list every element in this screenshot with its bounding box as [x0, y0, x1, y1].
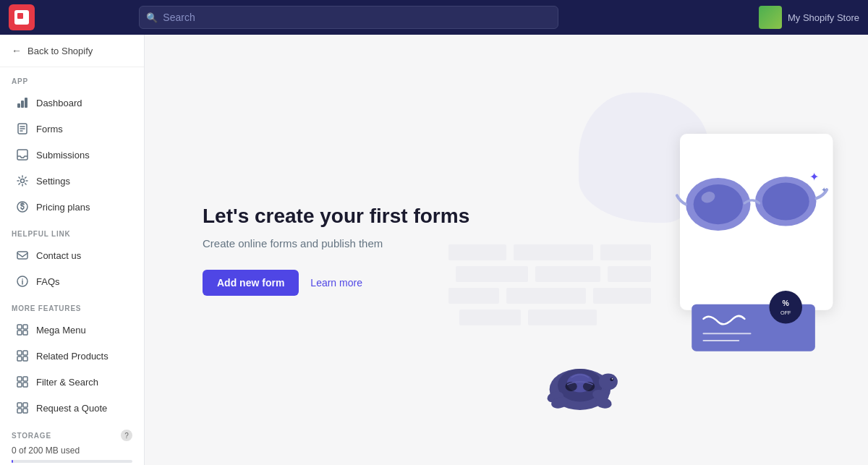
- learn-more-link[interactable]: Learn more: [310, 277, 362, 289]
- svg-rect-26: [17, 403, 22, 407]
- sidebar-item-pricing[interactable]: Pricing plans: [4, 195, 140, 219]
- svg-rect-14: [17, 325, 22, 329]
- svg-rect-24: [17, 383, 22, 387]
- svg-rect-23: [23, 377, 27, 381]
- storage-used-text: 0 of 200 MB used: [12, 445, 132, 456]
- main-layout: ← Back to Shopify APP Dashboard Forms Su…: [0, 35, 868, 465]
- sidebar-item-contact[interactable]: Contact us: [4, 243, 140, 268]
- sidebar-item-label: Dashboard: [36, 98, 82, 108]
- inbox-icon: [16, 148, 29, 161]
- sidebar-item-dashboard[interactable]: Dashboard: [4, 90, 140, 115]
- svg-rect-22: [17, 377, 22, 381]
- sidebar-item-label: FAQs: [36, 276, 60, 287]
- dollar-icon: [16, 200, 29, 213]
- storage-help-icon[interactable]: ?: [121, 430, 132, 441]
- topbar-right: My Shopify Store: [759, 6, 859, 29]
- sidebar-item-label: Related Products: [36, 351, 109, 362]
- search-icon: 🔍: [146, 12, 158, 23]
- sidebar-item-label: Submissions: [36, 150, 90, 161]
- sidebar-item-label: Filter & Search: [36, 377, 98, 388]
- svg-text:✦: ✦: [821, 186, 827, 194]
- filter-icon: [16, 375, 29, 388]
- action-buttons: Add new form Learn more: [203, 270, 469, 296]
- svg-rect-10: [17, 252, 27, 259]
- section-label-more: MORE FEATURES: [0, 294, 144, 317]
- search-bar: 🔍: [139, 6, 558, 29]
- avatar: [759, 6, 782, 29]
- svg-rect-20: [17, 357, 22, 361]
- store-name: My Shopify Store: [788, 12, 859, 23]
- back-arrow-icon: ←: [12, 45, 22, 56]
- svg-point-50: [762, 182, 809, 220]
- back-label: Back to Shopify: [27, 46, 93, 56]
- svg-rect-16: [17, 330, 22, 335]
- search-input[interactable]: [139, 6, 558, 29]
- main-content: Let's create your first forms Create onl…: [145, 35, 868, 465]
- svg-rect-7: [17, 150, 27, 160]
- sidebar-item-related-products[interactable]: Related Products: [4, 344, 140, 368]
- sidebar-item-forms[interactable]: Forms: [4, 116, 140, 141]
- svg-text:%: %: [783, 299, 790, 307]
- svg-point-8: [21, 179, 25, 183]
- svg-rect-19: [23, 351, 27, 355]
- svg-rect-15: [23, 325, 27, 329]
- svg-point-65: [599, 374, 618, 391]
- svg-rect-25: [23, 383, 27, 387]
- sidebar-item-mega-menu[interactable]: Mega Menu: [4, 317, 140, 342]
- gear-icon: [16, 174, 29, 187]
- section-label-app: APP: [0, 67, 144, 90]
- sidebar-item-label: Mega Menu: [36, 325, 86, 336]
- svg-rect-1: [21, 101, 24, 108]
- svg-rect-18: [17, 351, 22, 355]
- sidebar-item-request-quote[interactable]: Request a Quote: [4, 396, 140, 420]
- sidebar-item-submissions[interactable]: Submissions: [4, 142, 140, 167]
- info-icon: [16, 275, 29, 288]
- sidebar-item-label: Request a Quote: [36, 403, 107, 414]
- storage-section: STORAGE ? 0 of 200 MB used: [0, 421, 144, 465]
- svg-rect-2: [25, 98, 27, 108]
- svg-point-12: [22, 278, 23, 280]
- section-label-helpful: HELPFUL LINK: [0, 220, 144, 242]
- svg-rect-0: [17, 103, 20, 108]
- sidebar-item-label: Contact us: [36, 250, 81, 261]
- svg-text:✦: ✦: [809, 170, 819, 183]
- svg-text:OFF: OFF: [780, 310, 791, 316]
- svg-point-48: [694, 184, 743, 224]
- grid2-icon: [16, 349, 29, 362]
- sidebar-item-settings[interactable]: Settings: [4, 168, 140, 193]
- quote-icon: [16, 401, 29, 414]
- storage-bar-fill: [12, 460, 13, 463]
- sidebar-item-faqs[interactable]: FAQs: [4, 269, 140, 294]
- svg-rect-27: [23, 403, 27, 407]
- sidebar: ← Back to Shopify APP Dashboard Forms Su…: [0, 35, 145, 465]
- page-title: Let's create your first forms: [203, 204, 469, 229]
- grid-icon: [16, 323, 29, 336]
- svg-point-66: [610, 377, 613, 381]
- page-subtitle: Create online forms and publish them: [203, 237, 469, 249]
- storage-label: STORAGE: [12, 432, 51, 440]
- sidebar-item-label: Settings: [36, 176, 70, 187]
- svg-rect-29: [23, 409, 27, 413]
- form-icon: [16, 122, 29, 135]
- back-to-shopify-link[interactable]: ← Back to Shopify: [0, 35, 144, 67]
- app-logo[interactable]: [9, 4, 35, 30]
- topbar: 🔍 My Shopify Store: [0, 0, 868, 35]
- add-new-form-button[interactable]: Add new form: [203, 270, 299, 296]
- svg-rect-21: [23, 357, 27, 361]
- content-card: Let's create your first forms Create onl…: [203, 204, 469, 296]
- svg-rect-28: [17, 409, 22, 413]
- svg-point-67: [612, 378, 613, 380]
- sidebar-item-label: Forms: [36, 124, 63, 135]
- storage-bar-bg: [12, 460, 132, 463]
- sidebar-item-filter-search[interactable]: Filter & Search: [4, 370, 140, 394]
- sidebar-item-label: Pricing plans: [36, 202, 90, 213]
- chart-icon: [16, 96, 29, 109]
- mail-icon: [16, 249, 29, 262]
- svg-rect-17: [23, 330, 27, 335]
